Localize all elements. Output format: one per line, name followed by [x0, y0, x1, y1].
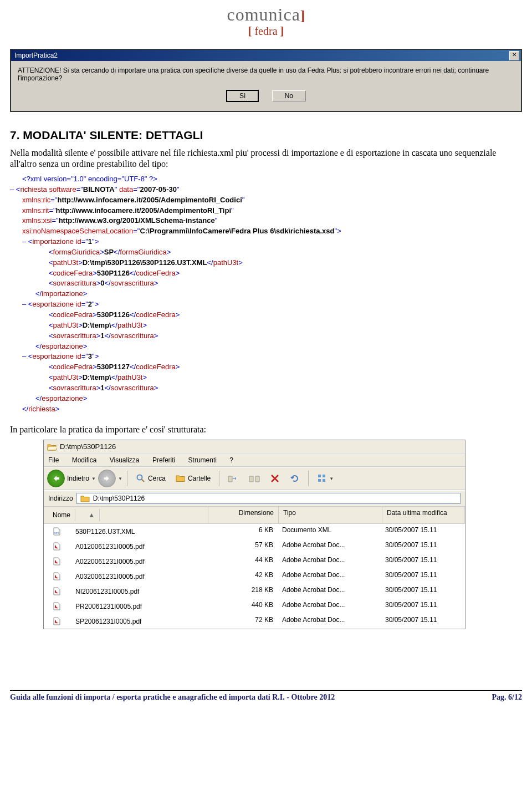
explorer-list: Nome ▲ Dimensione Tipo Data ultima modif… — [44, 507, 465, 629]
attr-ns-xsi: http://www.w3.org/2001/XMLSchema-instanc… — [59, 216, 215, 225]
pdf-icon — [48, 586, 65, 597]
explorer-toolbar: Indietro ▼ ▼ Cerca Cartelle ▼ — [44, 467, 465, 490]
list-item[interactable]: SP20061231I0005.pdf72 KBAdobe Acrobat Do… — [44, 614, 465, 629]
views-icon[interactable]: ▼ — [313, 472, 337, 485]
back-dropdown-icon[interactable]: ▼ — [91, 476, 96, 481]
address-label: Indirizzo — [48, 495, 73, 502]
list-item[interactable]: A0220061231I0005.pdf44 KBAdobe Acrobat D… — [44, 554, 465, 569]
sort-asc-icon: ▲ — [84, 509, 100, 521]
xml-declaration: <?xml version="1.0" encoding="UTF-8" ?> — [22, 175, 157, 183]
list-item[interactable]: A0120061231I0005.pdf57 KBAdobe Acrobat D… — [44, 539, 465, 554]
folders-label: Cartelle — [188, 475, 211, 482]
attr-data: 2007-05-30 — [140, 185, 177, 193]
search-label: Cerca — [148, 475, 166, 482]
search-button[interactable]: Cerca — [132, 472, 170, 485]
menu-file[interactable]: File — [48, 456, 59, 464]
file-date: 30/05/2007 15.11 — [381, 570, 465, 583]
address-input[interactable]: D:\tmp\530P1126 — [76, 493, 461, 504]
pdf-icon — [48, 616, 65, 626]
dialog-title: ImportPratica2 — [14, 52, 58, 59]
file-size: 44 KB — [208, 555, 278, 568]
svg-rect-5 — [323, 479, 325, 482]
list-item[interactable]: PR20061231I0005.pdf440 KBAdobe Acrobat D… — [44, 599, 465, 614]
file-type: Adobe Acrobat Doc... — [278, 570, 381, 583]
paragraph-2: In particolare la pratica da importare e… — [10, 424, 522, 435]
separator — [219, 471, 219, 486]
forward-button[interactable] — [98, 470, 116, 487]
separator — [127, 471, 127, 486]
logo-sub: fedra — [254, 25, 277, 37]
file-size: 218 KB — [208, 585, 278, 598]
file-type: Adobe Acrobat Doc... — [278, 555, 381, 568]
val-esp1-path: D:\temp\ — [83, 321, 111, 329]
file-type: Adobe Acrobat Doc... — [278, 540, 381, 553]
file-name: A0120061231I0005.pdf — [71, 542, 149, 552]
file-type: Adobe Acrobat Doc... — [278, 615, 381, 628]
yes-button[interactable]: Sì — [226, 90, 259, 102]
file-name: NI20061231I0005.pdf — [71, 587, 144, 597]
logo-bracket: ] — [300, 8, 305, 24]
list-item[interactable]: xml530P1126.U3T.XML6 KBDocumento XML30/0… — [44, 524, 465, 539]
val-esp2-codice: 530P1127 — [97, 363, 130, 371]
copy-to-icon[interactable] — [245, 472, 264, 485]
col-tipo[interactable]: Tipo — [279, 507, 382, 523]
col-nome[interactable]: Nome ▲ — [44, 507, 208, 523]
file-date: 30/05/2007 15.11 — [381, 540, 465, 553]
back-label[interactable]: Indietro — [67, 475, 89, 482]
val-codice: 530P1126 — [97, 269, 130, 277]
xml-icon: xml — [48, 526, 65, 537]
footer-right: Pag. 6/12 — [492, 693, 522, 702]
no-button[interactable]: No — [272, 90, 306, 101]
move-to-icon[interactable] — [224, 472, 243, 485]
back-button[interactable] — [47, 470, 65, 487]
list-item[interactable]: A0320061231I0005.pdf42 KBAdobe Acrobat D… — [44, 569, 465, 584]
file-date: 30/05/2007 15.11 — [381, 525, 465, 538]
file-type: Documento XML — [278, 525, 381, 538]
attr-xsi-loc: C:\Programmi\InfoCamere\Fedra Plus 6\sdk… — [140, 227, 334, 235]
svg-point-0 — [137, 475, 142, 480]
xml-code-block: <?xml version="1.0" encoding="UTF-8" ?> … — [10, 174, 522, 414]
file-size: 440 KB — [208, 600, 278, 613]
svg-text:xml: xml — [54, 531, 59, 534]
paragraph-1: Nella modalità silente e' possibile atti… — [10, 147, 522, 170]
delete-icon[interactable] — [266, 472, 284, 485]
explorer-menu: File Modifica Visualizza Preferiti Strum… — [44, 453, 465, 467]
dialog-importpratica: ImportPratica2 ✕ ATTENZIONE! Si sta cerc… — [10, 49, 522, 112]
menu-modifica[interactable]: Modifica — [72, 456, 97, 464]
file-name: SP20061231I0005.pdf — [71, 616, 146, 626]
attr-software: BILNOTA — [83, 185, 115, 193]
explorer-titlebar: D:\tmp\530P1126 — [44, 440, 465, 453]
separator — [308, 471, 309, 486]
menu-strumenti[interactable]: Strumenti — [188, 456, 217, 464]
attr-ns-rit: http://www.infocamere.it/2005/Adempiment… — [56, 206, 231, 215]
logo-sub-bracket2: ] — [278, 25, 284, 37]
col-dimensione[interactable]: Dimensione — [208, 507, 279, 523]
file-date: 30/05/2007 15.11 — [381, 600, 465, 613]
explorer-window: D:\tmp\530P1126 File Modifica Visualizza… — [43, 440, 466, 629]
menu-preferiti[interactable]: Preferiti — [152, 456, 175, 464]
list-header: Nome ▲ Dimensione Tipo Data ultima modif… — [44, 507, 465, 524]
list-item[interactable]: NI20061231I0005.pdf218 KBAdobe Acrobat D… — [44, 584, 465, 599]
section-heading: 7. MODALITA' SILENTE: DETTAGLI — [10, 129, 522, 142]
val-esp2-path: D:\temp\ — [83, 373, 111, 381]
explorer-addressbar: Indirizzo D:\tmp\530P1126 — [44, 490, 465, 507]
close-icon[interactable]: ✕ — [509, 51, 519, 60]
file-type: Adobe Acrobat Doc... — [278, 600, 381, 613]
col-data[interactable]: Data ultima modifica — [382, 507, 465, 523]
file-name: A0320061231I0005.pdf — [71, 572, 149, 582]
file-name: A0220061231I0005.pdf — [71, 557, 149, 567]
forward-dropdown-icon[interactable]: ▼ — [118, 476, 122, 481]
footer-left: Guida alle funzioni di importa / esporta… — [10, 693, 335, 702]
svg-rect-3 — [323, 475, 325, 477]
pdf-icon — [48, 601, 65, 612]
pdf-icon — [48, 541, 65, 552]
menu-visualizza[interactable]: Visualizza — [110, 456, 140, 464]
file-name: PR20061231I0005.pdf — [71, 602, 146, 612]
logo-text: comunica — [227, 4, 300, 24]
undo-icon[interactable] — [286, 472, 304, 485]
file-name: 530P1126.U3T.XML — [71, 527, 139, 537]
explorer-title: D:\tmp\530P1126 — [60, 442, 116, 451]
file-size: 57 KB — [208, 540, 278, 553]
folders-button[interactable]: Cartelle — [172, 472, 214, 485]
menu-help[interactable]: ? — [229, 456, 233, 464]
